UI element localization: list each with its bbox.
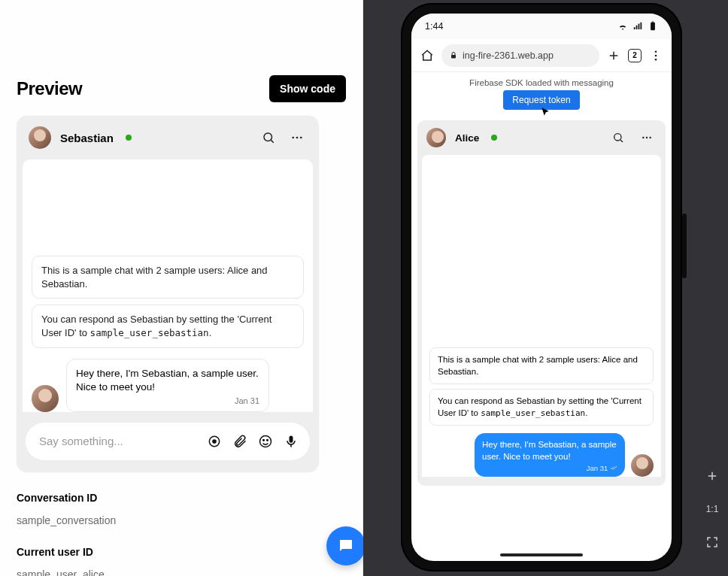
- svg-rect-11: [342, 543, 344, 544]
- svg-point-20: [655, 54, 657, 56]
- home-indicator[interactable]: [500, 553, 583, 556]
- current-user-id-label: Current user ID: [17, 546, 346, 558]
- svg-point-3: [296, 137, 299, 139]
- preview-title: Preview: [17, 78, 82, 99]
- chat-header: Sebastian: [17, 116, 319, 159]
- emoji-icon[interactable]: [257, 433, 274, 450]
- mic-icon[interactable]: [283, 433, 299, 450]
- browser-menu-icon[interactable]: [649, 49, 663, 62]
- svg-point-0: [264, 133, 272, 141]
- svg-rect-10: [290, 445, 292, 447]
- new-tab-icon[interactable]: [607, 49, 620, 62]
- message-row: Hey there, I'm Sebastian, a sample user.…: [32, 359, 304, 412]
- composer-input[interactable]: [39, 435, 197, 447]
- message-date: Jan 31: [482, 464, 617, 474]
- online-indicator-icon: [491, 135, 497, 141]
- phone-chat-body: This is a sample chat with 2 sample user…: [422, 155, 661, 477]
- system-message-text: .: [585, 408, 587, 417]
- right-panel: 1:44 ing-fire-2361.web.app: [363, 0, 728, 576]
- system-message: This is a sample chat with 2 sample user…: [32, 256, 304, 299]
- svg-point-7: [260, 435, 271, 447]
- svg-point-9: [267, 439, 268, 441]
- avatar: [32, 385, 59, 412]
- svg-point-2: [292, 137, 294, 139]
- svg-point-26: [649, 137, 651, 138]
- svg-rect-12: [345, 543, 347, 544]
- status-time: 1:44: [425, 21, 443, 32]
- composer-area: [17, 412, 319, 472]
- search-icon[interactable]: [259, 128, 278, 147]
- avatar: [631, 454, 654, 477]
- emulator-tools: 1:1: [701, 465, 723, 553]
- more-icon[interactable]: [637, 128, 657, 147]
- url-text: ing-fire-2361.web.app: [463, 50, 554, 61]
- svg-rect-16: [451, 55, 456, 59]
- attachment-icon[interactable]: [232, 433, 248, 450]
- phone-chat-name: Alice: [455, 132, 479, 144]
- browser-bar: ing-fire-2361.web.app 2: [411, 39, 672, 72]
- message-text: Hey there, I'm Sebastian, a sample user.…: [76, 368, 259, 393]
- system-message-text: .: [209, 327, 212, 338]
- svg-point-24: [642, 137, 644, 138]
- phone-frame: 1:44 ing-fire-2361.web.app: [401, 3, 682, 571]
- svg-point-6: [213, 440, 216, 443]
- tab-count[interactable]: 2: [628, 49, 642, 62]
- svg-point-19: [655, 50, 657, 53]
- system-message: This is a sample chat with 2 sample user…: [429, 347, 654, 384]
- sdk-status-text: Firebase SDK loaded with messaging: [411, 72, 672, 90]
- wifi-icon: [617, 21, 628, 32]
- fullscreen-icon[interactable]: [701, 531, 723, 553]
- avatar: [426, 128, 446, 147]
- svg-rect-13: [348, 543, 350, 544]
- svg-rect-14: [651, 23, 655, 31]
- chat-body: This is a sample chat with 2 sample user…: [23, 159, 313, 412]
- location-icon[interactable]: [206, 433, 223, 450]
- lock-icon: [449, 51, 458, 60]
- svg-point-21: [655, 58, 657, 60]
- svg-rect-15: [652, 22, 654, 23]
- message-date: Jan 31: [76, 396, 259, 407]
- avatar: [29, 126, 51, 149]
- system-message: You can respond as Sebastian by setting …: [429, 389, 654, 426]
- more-icon[interactable]: [287, 128, 307, 147]
- message-bubble: Hey there, I'm Sebastian, a sample user.…: [66, 359, 269, 412]
- system-message-code: sample_user_sebastian: [90, 327, 209, 338]
- current-user-id-value[interactable]: sample_user_alice: [17, 568, 346, 576]
- battery-icon: [648, 21, 658, 32]
- system-message-code: sample_user_sebastian: [481, 408, 585, 418]
- chat-preview-card: Sebastian This is a sample chat with 2 s…: [17, 116, 319, 472]
- svg-point-25: [646, 137, 648, 138]
- url-bar[interactable]: ing-fire-2361.web.app: [441, 44, 599, 67]
- support-chat-fab[interactable]: [326, 526, 366, 565]
- chat-header-name: Sebastian: [60, 132, 114, 144]
- message-text: Hey there, I'm Sebastian, a sample user.…: [482, 440, 617, 461]
- read-receipt-icon: [610, 464, 617, 471]
- search-icon[interactable]: [608, 128, 628, 147]
- svg-point-22: [614, 134, 621, 141]
- svg-line-23: [620, 140, 623, 142]
- phone-chat-card: Alice This is a sample chat with 2 s: [417, 120, 666, 486]
- online-indicator-icon: [126, 135, 132, 141]
- cursor-icon: [540, 107, 551, 120]
- svg-line-1: [271, 140, 273, 142]
- conversation-id-value[interactable]: sample_conversation: [17, 514, 346, 526]
- home-icon[interactable]: [420, 49, 434, 62]
- phone-screen: 1:44 ing-fire-2361.web.app: [411, 14, 672, 561]
- message-row: Hey there, I'm Sebastian, a sample user.…: [429, 433, 654, 477]
- left-panel: Preview Show code Sebastian This is a sa…: [0, 0, 362, 576]
- show-code-button[interactable]: Show code: [269, 75, 346, 102]
- composer: [26, 423, 310, 460]
- svg-point-4: [300, 137, 302, 139]
- message-bubble-outgoing: Hey there, I'm Sebastian, a sample user.…: [475, 433, 625, 477]
- system-message: You can respond as Sebastian by setting …: [32, 305, 304, 347]
- zoom-in-icon[interactable]: [701, 465, 723, 487]
- conversation-id-label: Conversation ID: [17, 492, 346, 504]
- phone-chat-header: Alice: [417, 120, 666, 155]
- svg-point-8: [263, 439, 265, 441]
- status-bar: 1:44: [411, 14, 672, 39]
- zoom-reset-button[interactable]: 1:1: [701, 498, 723, 520]
- signal-icon: [632, 21, 643, 32]
